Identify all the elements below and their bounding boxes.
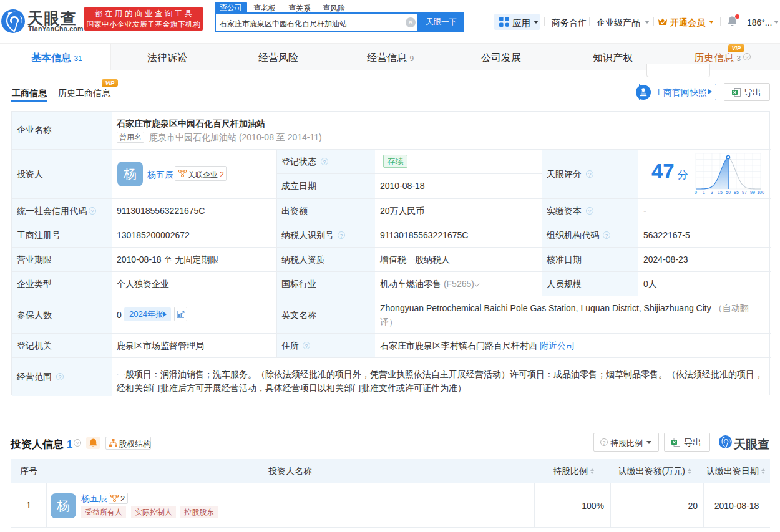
svg-text:100: 100 (757, 190, 764, 195)
svg-text:97: 97 (742, 190, 747, 195)
svg-text:50: 50 (726, 190, 731, 195)
svg-text:3: 3 (711, 190, 713, 195)
svg-text:1: 1 (703, 190, 705, 195)
svg-text:85: 85 (734, 190, 739, 195)
svg-text:15: 15 (718, 190, 723, 195)
svg-text:99: 99 (750, 190, 755, 195)
svg-text:0: 0 (695, 190, 697, 195)
